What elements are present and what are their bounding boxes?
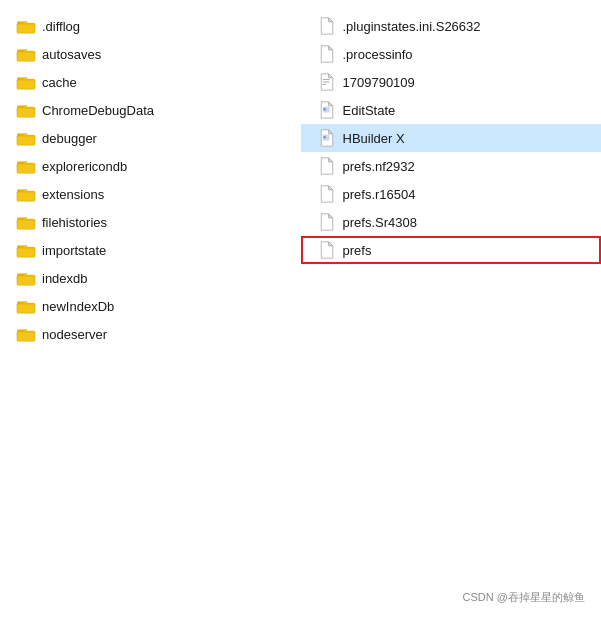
list-item[interactable]: newIndexDb	[0, 292, 301, 320]
list-item[interactable]: HBuilder X	[301, 124, 602, 152]
file-name: filehistories	[42, 215, 107, 230]
file-name: prefs.r16504	[343, 187, 416, 202]
folder-icon	[16, 74, 36, 90]
doc-icon	[317, 130, 337, 146]
folder-icon	[16, 326, 36, 342]
svg-rect-9	[17, 136, 35, 145]
left-column: .difflog autosaves cache ChromeDebugData…	[0, 12, 301, 582]
folder-icon	[16, 242, 36, 258]
list-item[interactable]: 1709790109	[301, 68, 602, 96]
svg-point-30	[323, 136, 325, 138]
svg-rect-11	[17, 164, 35, 173]
list-item[interactable]: extensions	[0, 180, 301, 208]
file-explorer: .difflog autosaves cache ChromeDebugData…	[0, 0, 601, 617]
svg-rect-5	[17, 80, 35, 89]
svg-rect-17	[17, 248, 35, 257]
file-name: ChromeDebugData	[42, 103, 154, 118]
folder-icon	[16, 270, 36, 286]
file-name: .difflog	[42, 19, 80, 34]
list-item[interactable]: importstate	[0, 236, 301, 264]
file-name: prefs	[343, 243, 372, 258]
file-name: .pluginstates.ini.S26632	[343, 19, 481, 34]
doc-icon	[317, 46, 337, 62]
file-name: nodeserver	[42, 327, 107, 342]
doc-icon	[317, 214, 337, 230]
svg-rect-13	[17, 192, 35, 201]
list-item[interactable]: prefs.r16504	[301, 180, 602, 208]
list-item[interactable]: autosaves	[0, 40, 301, 68]
svg-rect-3	[17, 52, 35, 61]
doc-icon	[317, 158, 337, 174]
svg-rect-21	[17, 304, 35, 313]
folder-icon	[16, 130, 36, 146]
svg-rect-19	[17, 276, 35, 285]
list-item[interactable]: explorericondb	[0, 152, 301, 180]
doc-icon	[317, 18, 337, 34]
list-item[interactable]: prefs.nf2932	[301, 152, 602, 180]
doc-icon	[317, 186, 337, 202]
list-item[interactable]: filehistories	[0, 208, 301, 236]
list-item[interactable]: indexdb	[0, 264, 301, 292]
svg-point-28	[323, 108, 325, 110]
list-item[interactable]: nodeserver	[0, 320, 301, 348]
file-name: prefs.nf2932	[343, 159, 415, 174]
folder-icon	[16, 46, 36, 62]
list-item[interactable]: prefs	[301, 236, 602, 264]
file-name: HBuilder X	[343, 131, 405, 146]
file-name: 1709790109	[343, 75, 415, 90]
list-item[interactable]: EditState	[301, 96, 602, 124]
list-item[interactable]: debugger	[0, 124, 301, 152]
svg-rect-1	[17, 24, 35, 33]
doc-icon	[317, 102, 337, 118]
list-item[interactable]: cache	[0, 68, 301, 96]
svg-rect-23	[17, 332, 35, 341]
folder-icon	[16, 102, 36, 118]
file-name: .processinfo	[343, 47, 413, 62]
folder-icon	[16, 214, 36, 230]
list-item[interactable]: ChromeDebugData	[0, 96, 301, 124]
file-name: cache	[42, 75, 77, 90]
right-column: .pluginstates.ini.S26632 .processinfo 17…	[301, 12, 602, 582]
folder-icon	[16, 18, 36, 34]
file-name: EditState	[343, 103, 396, 118]
svg-rect-7	[17, 108, 35, 117]
folder-icon	[16, 298, 36, 314]
doc-icon	[317, 242, 337, 258]
file-name: indexdb	[42, 271, 88, 286]
folder-icon	[16, 186, 36, 202]
watermark: CSDN @吞掉星星的鲸鱼	[0, 586, 601, 609]
file-name: importstate	[42, 243, 106, 258]
list-item[interactable]: prefs.Sr4308	[301, 208, 602, 236]
svg-rect-15	[17, 220, 35, 229]
list-item[interactable]: .pluginstates.ini.S26632	[301, 12, 602, 40]
file-name: extensions	[42, 187, 104, 202]
list-item[interactable]: .processinfo	[301, 40, 602, 68]
folder-icon	[16, 158, 36, 174]
columns-container: .difflog autosaves cache ChromeDebugData…	[0, 8, 601, 586]
file-name: newIndexDb	[42, 299, 114, 314]
file-name: debugger	[42, 131, 97, 146]
file-name: prefs.Sr4308	[343, 215, 417, 230]
doc-icon	[317, 74, 337, 90]
file-name: autosaves	[42, 47, 101, 62]
file-name: explorericondb	[42, 159, 127, 174]
list-item[interactable]: .difflog	[0, 12, 301, 40]
